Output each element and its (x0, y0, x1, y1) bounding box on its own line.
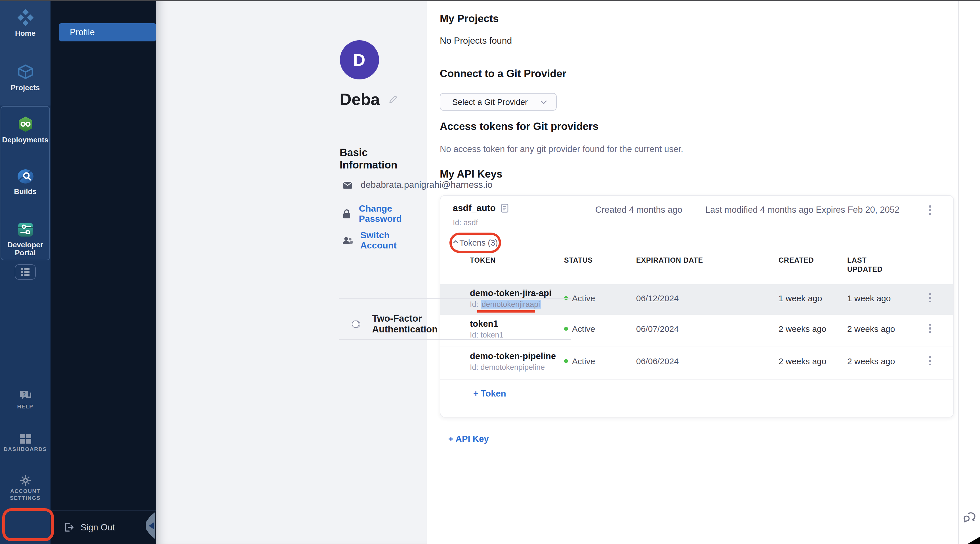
home-icon (17, 9, 34, 26)
help-chat-icon: ? (18, 390, 32, 402)
token-name: demo-token-jira-api (470, 288, 552, 298)
column-header-expiration: EXPIRATION DATE (636, 256, 703, 265)
token-updated: 2 weeks ago (847, 324, 895, 334)
profile-summary-panel: D Deba Basic Information debabrata.panig… (156, 0, 426, 544)
divider (339, 339, 571, 340)
change-password-row: Change Password (341, 204, 426, 224)
no-access-tokens-text: No access token for any git provider fou… (440, 144, 683, 154)
projects-icon (17, 64, 34, 81)
user-name-row: Deba (340, 90, 398, 109)
sidebar-item-label: DASHBOARDS (0, 446, 51, 452)
developer-portal-icon (17, 222, 34, 238)
git-provider-select[interactable]: Select a Git Provider (440, 93, 557, 111)
column-header-status: STATUS (564, 256, 593, 265)
sidebar-item-label: Builds (0, 188, 51, 195)
switch-account-icon (341, 237, 353, 245)
token-menu-button[interactable] (929, 292, 931, 304)
token-created: 1 week ago (778, 293, 822, 303)
nav-rail: Home Projects Deployments (0, 0, 51, 544)
sidebar-item-help[interactable]: ? HELP (0, 390, 51, 410)
two-factor-toggle[interactable] (352, 320, 360, 328)
window-top-edge (0, 0, 980, 1)
user-email: debabrata.panigrahi@harness.io (361, 180, 493, 190)
table-row[interactable]: demo-token-jira-api Id: demotokenjiraapi… (440, 284, 953, 315)
nav-item-label: Profile (59, 27, 95, 37)
token-menu-button[interactable] (929, 355, 931, 366)
sidebar-item-builds[interactable]: Builds (0, 169, 51, 195)
switch-account-row: Switch Account (341, 230, 426, 251)
token-created: 2 weeks ago (778, 324, 826, 334)
two-factor-label: Two-Factor Authentication (372, 313, 442, 335)
sidebar-item-deployments[interactable]: Deployments (0, 116, 51, 143)
api-key-menu-button[interactable] (929, 205, 931, 216)
api-key-created-text: Created 4 months ago (595, 205, 682, 215)
token-status: Active (564, 293, 595, 303)
token-name: demo-token-pipeline (470, 351, 556, 361)
git-provider-title: Connect to a Git Provider (440, 67, 566, 80)
table-row[interactable]: demo-token-pipeline Id: demotokenpipelin… (440, 347, 953, 380)
email-icon (341, 181, 354, 189)
dashboards-icon (19, 433, 32, 444)
token-id-annotation-underline (477, 310, 535, 313)
token-status: Active (564, 324, 595, 334)
collapse-left-arrow-icon (149, 522, 154, 529)
tokens-expand-annotation-highlight: Tokens (3) (449, 232, 501, 253)
token-id: Id: demotokenpipeline (470, 363, 545, 372)
user-name: Deba (340, 90, 380, 109)
api-key-modified-text: Last modified 4 months ago Expires Feb 2… (705, 205, 899, 215)
column-header-token: TOKEN (470, 256, 496, 265)
profile-nav-panel: Profile Sign Out (51, 0, 156, 544)
sidebar-item-dashboards[interactable]: DASHBOARDS (0, 433, 51, 452)
table-row[interactable]: token1 Id: token1 Active 06/07/2024 2 we… (440, 315, 953, 347)
module-picker-button[interactable] (15, 264, 36, 280)
access-tokens-title: Access tokens for Git providers (440, 120, 598, 133)
column-header-last-updated: LAST UPDATED (847, 256, 886, 274)
token-expiration: 06/06/2024 (636, 356, 679, 366)
gear-icon (19, 474, 32, 487)
token-expiration: 06/07/2024 (636, 324, 679, 334)
sidebar-item-label: Home (0, 30, 51, 37)
sidebar-item-projects[interactable]: Projects (0, 64, 51, 91)
status-dot-icon (564, 359, 568, 363)
deployments-icon (17, 116, 34, 133)
grid-icon (21, 268, 30, 276)
email-row: debabrata.panigrahi@harness.io (341, 180, 493, 190)
api-key-id: Id: asdf (453, 218, 478, 227)
basic-information-title: Basic Information (340, 146, 426, 171)
git-provider-select-value: Select a Git Provider (440, 97, 540, 107)
sidebar-item-home[interactable]: Home (0, 9, 51, 37)
nav-item-profile-active[interactable]: Profile (59, 23, 156, 41)
change-password-link[interactable]: Change Password (359, 204, 426, 224)
token-menu-button[interactable] (929, 323, 931, 334)
two-factor-row: Two-Factor Authentication (352, 313, 442, 335)
token-id: Id: token1 (470, 331, 504, 339)
sidebar-item-label: ACCOUNT SETTINGS (0, 488, 51, 501)
token-id-selected-text: demotokenjiraapi (480, 300, 541, 309)
sidebar-item-account-settings[interactable]: ACCOUNT SETTINGS (0, 474, 51, 501)
token-updated: 1 week ago (847, 293, 891, 303)
profile-avatar: D (340, 40, 379, 80)
my-projects-title: My Projects (440, 13, 499, 25)
api-key-name: asdf_auto (453, 203, 496, 213)
sign-out-bar: Sign Out (51, 510, 156, 544)
token-updated: 2 weeks ago (847, 356, 895, 366)
tokens-expand-toggle[interactable]: Tokens (3) (459, 238, 498, 247)
sidebar-item-developer-portal[interactable]: Developer Portal (0, 222, 51, 257)
support-chat-icon[interactable] (963, 512, 977, 525)
corner-cursor-artifact (967, 537, 980, 544)
edit-name-icon[interactable] (388, 95, 398, 104)
column-header-created: CREATED (778, 256, 814, 265)
sidebar-item-label: Developer Portal (0, 241, 51, 257)
chevron-down-icon (540, 100, 547, 104)
api-key-card: asdf_auto Created 4 months ago Last modi… (440, 195, 954, 417)
copy-clipboard-icon[interactable] (501, 204, 508, 212)
sign-out-button[interactable]: Sign Out (81, 522, 115, 532)
token-id: Id: demotokenjiraapi (470, 300, 541, 309)
add-token-button[interactable]: + Token (473, 388, 506, 399)
sidebar-item-label: Deployments (0, 136, 51, 143)
add-api-key-button[interactable]: + API Key (448, 434, 489, 444)
scroll-gutter[interactable] (958, 0, 980, 544)
builds-icon (16, 169, 34, 185)
switch-account-link[interactable]: Switch Account (360, 230, 426, 251)
status-dot-icon (564, 296, 568, 300)
